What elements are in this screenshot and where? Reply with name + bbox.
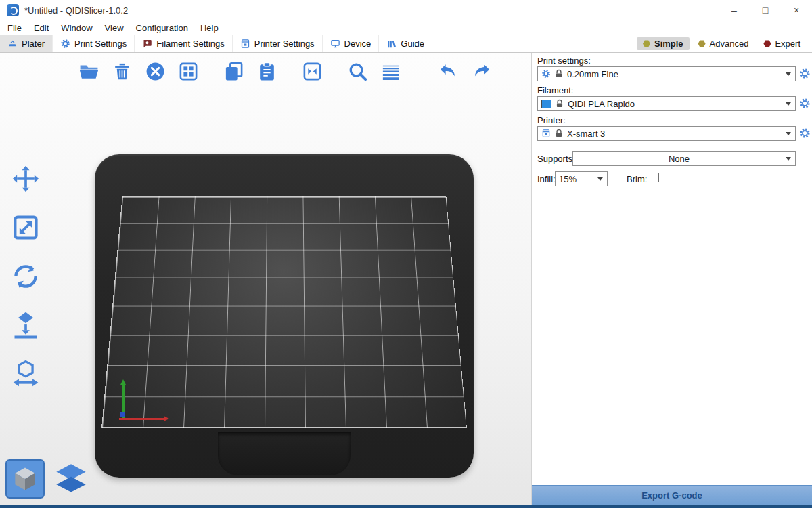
menu-window[interactable]: Window bbox=[55, 23, 98, 33]
copy-icon bbox=[223, 61, 244, 82]
infill-select[interactable]: 15% bbox=[555, 171, 608, 186]
close-button[interactable]: × bbox=[781, 0, 812, 20]
preview-layers-button[interactable] bbox=[51, 459, 91, 499]
filament-label: Filament: bbox=[537, 85, 573, 96]
menu-help[interactable]: Help bbox=[194, 23, 225, 33]
arrange-button[interactable] bbox=[175, 58, 201, 84]
rotate-button[interactable] bbox=[7, 259, 45, 294]
mode-advanced[interactable]: Advanced bbox=[692, 37, 755, 50]
menu-view[interactable]: View bbox=[99, 23, 130, 33]
gear-icon bbox=[799, 68, 811, 79]
advanced-mode-icon bbox=[698, 40, 706, 47]
filament-select[interactable]: QIDI PLA Rapido bbox=[537, 96, 796, 111]
chevron-down-icon bbox=[786, 72, 791, 76]
chevron-down-icon bbox=[786, 132, 791, 135]
undo-icon bbox=[438, 61, 459, 82]
redo-icon bbox=[471, 61, 492, 82]
tab-guide[interactable]: Guide bbox=[379, 35, 432, 52]
printer-value: X-smart 3 bbox=[567, 129, 605, 139]
3d-viewport[interactable] bbox=[0, 53, 531, 505]
export-gcode-button[interactable]: Export G-code bbox=[532, 485, 812, 505]
mode-advanced-label: Advanced bbox=[710, 39, 749, 49]
print-bed-grid[interactable] bbox=[102, 196, 467, 428]
tab-printer-settings-label: Printer Settings bbox=[254, 39, 315, 49]
chevron-down-icon bbox=[786, 157, 791, 161]
redo-button[interactable] bbox=[468, 58, 494, 84]
expert-mode-icon bbox=[763, 40, 771, 47]
open-folder-button[interactable] bbox=[76, 58, 102, 84]
print-settings-gear-button[interactable] bbox=[799, 68, 811, 79]
measure-icon bbox=[11, 359, 41, 389]
window-controls: – □ × bbox=[719, 0, 812, 20]
undo-button[interactable] bbox=[435, 58, 461, 84]
menubar: File Edit Window View Configuration Help bbox=[0, 20, 812, 35]
app-logo-icon bbox=[7, 4, 19, 16]
device-icon bbox=[330, 39, 340, 49]
move-button[interactable] bbox=[7, 161, 45, 196]
tab-print-settings[interactable]: Print Settings bbox=[53, 35, 135, 52]
split-button[interactable] bbox=[299, 58, 325, 84]
settings-panel: Print settings: 0.20mm Fine Filament: QI… bbox=[531, 53, 812, 505]
tab-printer-settings[interactable]: Printer Settings bbox=[233, 35, 323, 52]
brim-checkbox[interactable] bbox=[650, 173, 659, 182]
delete-all-button[interactable] bbox=[142, 58, 168, 84]
lock-icon bbox=[555, 99, 564, 108]
menu-configuration[interactable]: Configuration bbox=[130, 23, 194, 33]
maximize-button[interactable]: □ bbox=[750, 0, 781, 20]
supports-label: Supports: bbox=[537, 154, 575, 164]
gear-icon bbox=[799, 98, 811, 109]
search-button[interactable] bbox=[344, 58, 370, 84]
printer-select[interactable]: X-smart 3 bbox=[537, 126, 796, 141]
printer-bed-handle bbox=[218, 432, 351, 475]
open-folder-icon bbox=[78, 61, 99, 82]
tab-filament-settings[interactable]: Filament Settings bbox=[135, 35, 232, 52]
tab-plater-label: Plater bbox=[22, 39, 45, 49]
rotate-icon bbox=[11, 261, 41, 291]
filament-gear-button[interactable] bbox=[799, 98, 811, 109]
paste-button[interactable] bbox=[254, 58, 279, 84]
supports-value: None bbox=[669, 154, 690, 164]
tab-plater[interactable]: Plater bbox=[0, 35, 53, 52]
infill-label: Infill: bbox=[537, 174, 556, 184]
infill-value: 15% bbox=[559, 174, 577, 184]
print-settings-label: Print settings: bbox=[537, 56, 591, 66]
menu-file[interactable]: File bbox=[1, 23, 28, 33]
layers-icon bbox=[53, 461, 89, 496]
filament-color-swatch bbox=[541, 100, 551, 108]
place-on-face-button[interactable] bbox=[7, 308, 45, 343]
tab-filament-settings-label: Filament Settings bbox=[156, 39, 224, 49]
chevron-down-icon bbox=[786, 102, 791, 106]
minimize-button[interactable]: – bbox=[719, 0, 750, 20]
supports-select[interactable]: None bbox=[572, 151, 796, 166]
copy-button[interactable] bbox=[221, 58, 246, 84]
arrange-icon bbox=[178, 61, 199, 82]
paste-icon bbox=[256, 61, 277, 82]
3d-cube-icon bbox=[10, 464, 40, 494]
tab-print-settings-label: Print Settings bbox=[74, 39, 127, 49]
3d-editor-view-button[interactable] bbox=[5, 459, 45, 499]
print-settings-select[interactable]: 0.20mm Fine bbox=[537, 66, 796, 81]
scale-button[interactable] bbox=[7, 210, 45, 245]
simple-mode-icon bbox=[643, 40, 650, 47]
print-settings-value: 0.20mm Fine bbox=[567, 69, 618, 79]
export-gcode-label: Export G-code bbox=[641, 490, 702, 501]
menu-edit[interactable]: Edit bbox=[28, 23, 55, 33]
main-area: Print settings: 0.20mm Fine Filament: QI… bbox=[0, 53, 812, 505]
tab-device-label: Device bbox=[344, 39, 371, 49]
printer-gear-button[interactable] bbox=[799, 127, 811, 139]
tabbar: Plater Print Settings Filament Settings … bbox=[0, 35, 812, 53]
mode-simple[interactable]: Simple bbox=[637, 37, 690, 50]
chevron-down-icon bbox=[597, 177, 603, 181]
mode-expert[interactable]: Expert bbox=[757, 37, 807, 50]
variable-layer-height-button[interactable] bbox=[378, 58, 403, 84]
tab-device[interactable]: Device bbox=[323, 35, 380, 52]
z-axis-indicator bbox=[120, 412, 125, 417]
plater-icon bbox=[7, 39, 18, 49]
measure-button[interactable] bbox=[7, 356, 45, 391]
delete-all-icon bbox=[145, 61, 166, 82]
titlebar: *Untitled - QIDISlicer-1.0.2 – □ × bbox=[0, 0, 812, 20]
filament-icon bbox=[142, 39, 152, 49]
delete-button[interactable] bbox=[109, 58, 135, 84]
lock-icon bbox=[554, 129, 564, 138]
guide-icon bbox=[386, 39, 397, 49]
